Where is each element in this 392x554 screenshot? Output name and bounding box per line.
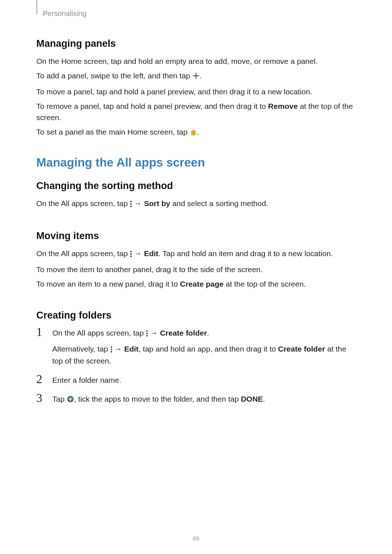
svg-point-11: [111, 351, 112, 352]
text: .: [207, 329, 209, 337]
bold-remove: Remove: [268, 102, 298, 110]
plus-icon: [192, 71, 200, 82]
heading-managing-panels: Managing panels: [36, 38, 356, 49]
paragraph: To set a panel as the main Home screen, …: [36, 127, 356, 139]
svg-point-0: [130, 201, 132, 202]
text: .: [197, 128, 199, 136]
paragraph: On the All apps screen, tap → Create fol…: [52, 328, 356, 340]
paragraph: To add a panel, swipe to the left, and t…: [36, 70, 356, 82]
paragraph: On the Home screen, tap and hold an empt…: [36, 56, 356, 67]
bold-edit: Edit: [124, 345, 139, 353]
svg-point-9: [111, 346, 112, 348]
paragraph: Alternatively, tap → Edit, tap and hold …: [52, 344, 356, 367]
steps-list: On the All apps screen, tap → Create fol…: [36, 328, 356, 406]
text: To add a panel, swipe to the left, and t…: [36, 71, 192, 80]
text: On the All apps screen, tap: [36, 249, 130, 258]
add-circle-icon: [67, 395, 74, 406]
text: To remove a panel, tap and hold a panel …: [36, 102, 268, 110]
text: Alternatively, tap: [52, 345, 110, 353]
paragraph: Tap , tick the apps to move to the folde…: [52, 394, 356, 406]
text: On the All apps screen, tap: [36, 199, 130, 208]
text: .: [263, 395, 265, 403]
text: On the All apps screen, tap: [52, 329, 146, 337]
step-2: Enter a folder name.: [36, 375, 356, 386]
text: .: [200, 71, 202, 80]
paragraph: To move a panel, tap and hold a panel pr…: [36, 86, 356, 97]
paragraph: On the All apps screen, tap → Edit. Tap …: [36, 248, 356, 260]
text: To set a panel as the main Home screen, …: [36, 128, 190, 136]
svg-point-3: [130, 251, 132, 253]
svg-point-5: [130, 256, 132, 257]
page-number: 66: [0, 535, 392, 542]
paragraph: To move the item to another panel, drag …: [36, 264, 356, 275]
home-icon: [190, 128, 197, 139]
svg-point-7: [146, 333, 148, 334]
text: Tap: [52, 395, 67, 403]
paragraph: On the All apps screen, tap → Sort by an…: [36, 198, 356, 210]
heading-changing-sorting: Changing the sorting method: [36, 180, 356, 192]
paragraph: Enter a folder name.: [52, 375, 356, 386]
step-1: On the All apps screen, tap → Create fol…: [36, 328, 356, 366]
bold-edit: Edit: [144, 249, 159, 258]
text: , tick the apps to move to the folder, a…: [74, 395, 241, 403]
svg-point-8: [146, 335, 148, 337]
svg-point-10: [111, 349, 112, 350]
header-rule: [36, 0, 37, 15]
text: at the top of the screen.: [224, 280, 306, 288]
bold-sort-by: Sort by: [144, 199, 170, 208]
svg-point-2: [130, 205, 132, 207]
arrow: →: [148, 329, 160, 337]
svg-point-6: [146, 331, 148, 332]
svg-point-1: [130, 203, 132, 205]
bold-create-folder: Create folder: [278, 345, 325, 353]
svg-point-4: [130, 253, 132, 255]
text: , tap and hold an app, and then drag it …: [139, 345, 278, 353]
text: To move an item to a new panel, drag it …: [36, 280, 180, 288]
text: and select a sorting method.: [170, 199, 268, 208]
heading-creating-folders: Creating folders: [36, 310, 356, 321]
section-label: Personalising: [43, 9, 356, 18]
paragraph: To move an item to a new panel, drag it …: [36, 279, 356, 290]
step-3: Tap , tick the apps to move to the folde…: [36, 394, 356, 406]
paragraph: To remove a panel, tap and hold a panel …: [36, 101, 356, 123]
bold-create-page: Create page: [180, 280, 224, 288]
bold-create-folder: Create folder: [160, 329, 207, 337]
heading-managing-all-apps: Managing the All apps screen: [36, 156, 356, 169]
bold-done: DONE: [241, 395, 263, 403]
arrow: →: [132, 199, 144, 208]
arrow: →: [132, 249, 144, 258]
arrow: →: [113, 345, 124, 353]
heading-moving-items: Moving items: [36, 230, 356, 242]
text: . Tap and hold an item and drag it to a …: [158, 249, 333, 258]
